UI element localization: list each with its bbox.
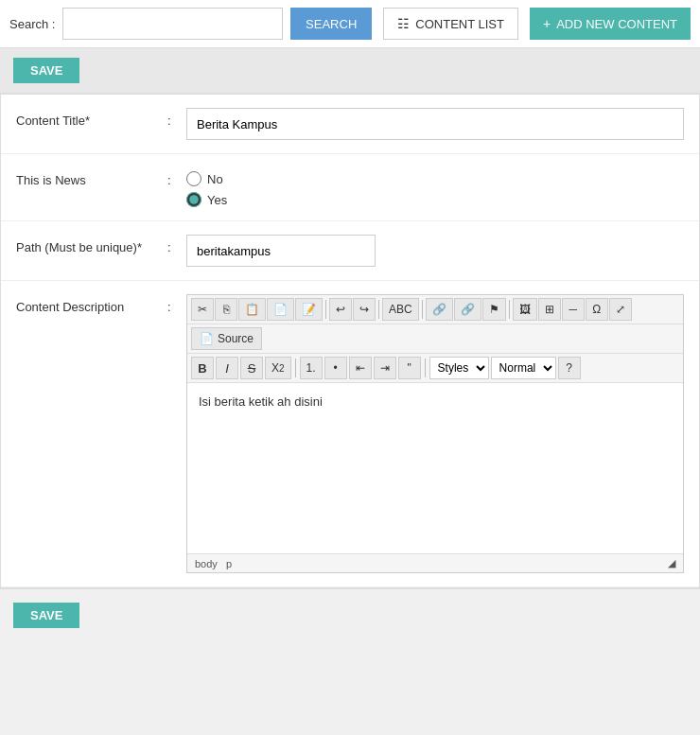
toolbar-separator-2 <box>378 300 379 319</box>
unlink-button[interactable]: 🔗 <box>454 298 481 321</box>
editor-wrapper: ✂ ⎘ 📋 📄 📝 ↩ ↪ ABC 🔗 🔗 ⚑ 🖼 ⊞ <box>186 294 684 573</box>
add-content-button[interactable]: + ADD NEW CONTENT <box>530 8 691 40</box>
this-is-news-row: This is News : No Yes <box>1 154 699 221</box>
editor-toolbar-row2: B I S X2 1. • ⇤ ⇥ " Styles Normal <box>187 354 683 383</box>
styles-select[interactable]: Styles <box>429 357 489 379</box>
strikethrough-button[interactable]: S <box>240 357 263 379</box>
unordered-list-button[interactable]: • <box>324 357 347 379</box>
content-description-row: Content Description : ✂ ⎘ 📋 📄 📝 ↩ ↪ ABC <box>1 281 699 587</box>
plus-icon: + <box>543 16 551 31</box>
horizontal-rule-button[interactable]: ─ <box>562 298 585 321</box>
this-is-news-label: This is News <box>16 167 167 187</box>
path-row: Path (Must be unique)* : <box>1 221 699 281</box>
editor-source-row: 📄 Source <box>187 324 683 354</box>
path-colon: : <box>167 235 186 254</box>
radio-no-label: No <box>207 172 223 186</box>
content-title-field <box>186 108 684 140</box>
radio-yes-row: Yes <box>186 192 684 207</box>
radio-yes-label: Yes <box>207 193 227 207</box>
format-select[interactable]: Normal <box>491 357 556 379</box>
resize-handle[interactable]: ◢ <box>668 557 675 569</box>
table-button[interactable]: ⊞ <box>538 298 561 321</box>
bold-button[interactable]: B <box>191 357 214 379</box>
content-title-colon: : <box>167 108 186 128</box>
toolbar-separator-1 <box>325 300 326 319</box>
editor-content[interactable]: Isi berita ketik ah disini <box>187 383 683 553</box>
spellcheck-button[interactable]: ABC <box>382 298 419 321</box>
save-top-button[interactable]: SAVE <box>13 58 79 83</box>
blockquote-button[interactable]: " <box>398 357 421 379</box>
paste-button[interactable]: 📋 <box>238 298 266 321</box>
this-is-news-colon: : <box>167 167 186 187</box>
copy-button[interactable]: ⎘ <box>215 298 237 321</box>
content-title-row: Content Title* : <box>1 95 699 154</box>
paste-from-word-button[interactable]: 📝 <box>295 298 323 321</box>
source-button[interactable]: 📄 Source <box>191 327 262 350</box>
content-list-button[interactable]: ☷ CONTENT LIST <box>383 8 518 40</box>
toolbar-separator-5 <box>295 359 296 377</box>
redo-button[interactable]: ↪ <box>353 298 376 321</box>
help-button[interactable]: ? <box>558 357 581 379</box>
radio-group: No Yes <box>186 167 684 207</box>
ordered-list-button[interactable]: 1. <box>300 357 323 379</box>
save-bottom-button[interactable]: SAVE <box>13 603 79 628</box>
content-title-label: Content Title* <box>16 108 167 128</box>
editor-footer: body p ◢ <box>187 553 683 572</box>
path-label: Path (Must be unique)* <box>16 235 167 254</box>
maximize-button[interactable]: ⤢ <box>609 298 632 321</box>
increase-indent-button[interactable]: ⇥ <box>374 357 396 379</box>
subscript-button[interactable]: X2 <box>265 357 291 379</box>
this-is-news-field: No Yes <box>186 167 684 207</box>
cut-button[interactable]: ✂ <box>191 298 214 321</box>
search-label: Search : <box>9 17 55 31</box>
bottom-save-bar: SAVE <box>0 588 700 641</box>
toolbar-separator-4 <box>509 300 510 319</box>
undo-button[interactable]: ↩ <box>329 298 352 321</box>
source-icon: 📄 <box>200 332 214 345</box>
search-input[interactable] <box>62 8 283 40</box>
list-icon: ☷ <box>397 16 410 31</box>
editor-paragraph: Isi berita ketik ah disini <box>199 394 672 409</box>
toolbar-separator-3 <box>422 300 423 319</box>
form-area: Content Title* : This is News : No Yes P… <box>0 94 700 588</box>
radio-no-row: No <box>186 171 684 186</box>
content-description-field: ✂ ⎘ 📋 📄 📝 ↩ ↪ ABC 🔗 🔗 ⚑ 🖼 ⊞ <box>186 294 684 573</box>
search-button[interactable]: SEARCH <box>290 8 372 40</box>
link-button[interactable]: 🔗 <box>426 298 453 321</box>
image-button[interactable]: 🖼 <box>513 298 537 321</box>
radio-no[interactable] <box>186 171 201 186</box>
anchor-button[interactable]: ⚑ <box>482 298 506 321</box>
special-char-button[interactable]: Ω <box>586 298 608 321</box>
top-bar: Search : SEARCH ☷ CONTENT LIST + ADD NEW… <box>0 0 700 48</box>
content-title-input[interactable] <box>186 108 684 140</box>
toolbar-separator-6 <box>425 359 426 377</box>
editor-tags: body p <box>195 558 232 569</box>
paste-text-button[interactable]: 📄 <box>267 298 294 321</box>
decrease-indent-button[interactable]: ⇤ <box>349 357 372 379</box>
italic-button[interactable]: I <box>216 357 238 379</box>
top-save-bar: SAVE <box>0 48 700 94</box>
path-field <box>186 235 684 267</box>
path-input[interactable] <box>186 235 376 267</box>
radio-yes[interactable] <box>186 192 201 207</box>
content-description-label: Content Description <box>16 294 167 314</box>
editor-toolbar-row1: ✂ ⎘ 📋 📄 📝 ↩ ↪ ABC 🔗 🔗 ⚑ 🖼 ⊞ <box>187 295 683 324</box>
content-description-colon: : <box>167 294 186 314</box>
